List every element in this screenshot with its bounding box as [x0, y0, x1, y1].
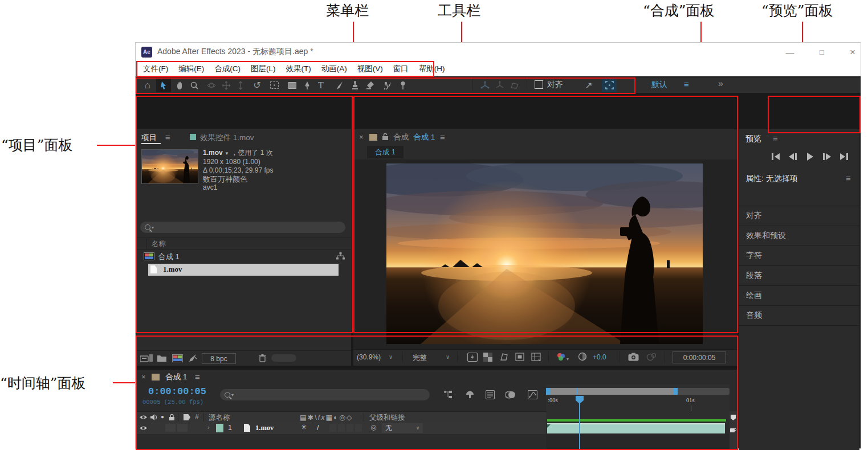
lock-icon[interactable] — [382, 133, 389, 141]
puppet-pin-tool[interactable] — [396, 78, 410, 92]
flowchart-icon[interactable] — [336, 252, 345, 260]
trash-icon[interactable] — [259, 354, 266, 362]
comp-timecode[interactable]: 0:00:00:05 — [673, 351, 726, 363]
preview-panel-title[interactable]: 预览 — [745, 134, 761, 144]
workspace-selector[interactable]: 默认 — [651, 80, 667, 90]
tab-project[interactable]: 项目 — [141, 133, 157, 143]
graph-editor-icon[interactable] — [528, 390, 537, 399]
footage-name-dropdown-icon[interactable]: ▼ — [225, 151, 229, 156]
title-bar[interactable]: Ae Adobe After Effects 2023 - 无标题项目.aep … — [136, 43, 861, 62]
comp-viewer-name[interactable]: 合成 1 — [413, 132, 435, 142]
selection-tool[interactable] — [156, 78, 171, 92]
bit-depth-button[interactable]: 8 bpc — [202, 353, 236, 364]
maximize-button[interactable]: □ — [810, 45, 833, 59]
pen-tool[interactable] — [300, 78, 315, 92]
orbit-camera-tool[interactable] — [204, 78, 219, 92]
adjustment-icon[interactable] — [188, 354, 197, 363]
layer-sampling-icon[interactable]: / — [317, 423, 319, 432]
layer-switch-cell[interactable] — [165, 424, 176, 432]
project-row-footage-selected[interactable]: 1.mov — [148, 264, 339, 276]
tab-align[interactable]: 对齐 — [739, 206, 859, 226]
show-snapshot-icon[interactable] — [646, 353, 657, 361]
zoom-tool[interactable] — [187, 78, 202, 92]
guides-icon[interactable] — [531, 353, 541, 361]
world-axis-mode[interactable] — [492, 78, 507, 92]
last-frame-button[interactable] — [840, 152, 848, 161]
home-tool[interactable]: ⌂ — [140, 78, 155, 92]
interpret-footage-icon[interactable] — [140, 354, 153, 362]
timeline-panel-menu-icon[interactable]: ≡ — [195, 372, 200, 382]
motion-blur-icon[interactable] — [505, 390, 516, 399]
mask-visibility-icon[interactable] — [499, 353, 509, 361]
tab-audio[interactable]: 音频 — [739, 306, 859, 326]
tab-character[interactable]: 字符 — [739, 246, 859, 266]
region-of-interest-active-icon[interactable] — [602, 78, 617, 92]
fast-previews-icon[interactable] — [467, 353, 478, 362]
region-of-interest-icon[interactable] — [515, 353, 524, 361]
menu-layer[interactable]: 图层(L) — [246, 64, 281, 74]
tab-effects-presets[interactable]: 效果和预设 — [739, 226, 859, 246]
magnification-dropdown[interactable]: (30.9%) — [357, 353, 381, 361]
tab-effect-controls[interactable]: 效果控件 1.mov — [200, 133, 254, 143]
layer-label-color[interactable] — [216, 424, 223, 432]
project-row-comp[interactable]: 合成 1 — [136, 251, 351, 263]
workspace-menu-icon[interactable]: ≡ — [684, 79, 689, 89]
hand-tool[interactable] — [172, 78, 187, 92]
playhead-line[interactable] — [579, 403, 580, 450]
project-search-input[interactable]: ▾ — [140, 222, 345, 233]
preview-panel-menu-icon[interactable]: ≡ — [773, 133, 778, 143]
menu-composition[interactable]: 合成(C) — [209, 64, 246, 74]
switches-column-icons[interactable]: ▤✱\fx▦◐◎◇ — [300, 413, 353, 422]
column-parent-link[interactable]: 父级和链接 — [369, 413, 405, 423]
brush-tool[interactable] — [332, 78, 347, 92]
snap-label[interactable]: 对齐 — [547, 80, 563, 90]
parent-pickwhip-icon[interactable]: ◎ — [370, 423, 376, 431]
text-tool[interactable]: T — [313, 78, 328, 92]
close-button[interactable]: × — [841, 45, 864, 59]
comp-mini-flowchart-icon[interactable] — [443, 390, 453, 399]
comp-row-label[interactable]: 合成 1 — [158, 252, 180, 262]
magnification-caret-icon[interactable]: ∨ — [389, 354, 393, 360]
parent-dropdown[interactable]: 无 ∨ — [382, 423, 423, 433]
play-button[interactable] — [807, 152, 813, 161]
layer-row[interactable]: › 1 1.mov ✳ / ◎ 无 ∨ — [136, 422, 546, 434]
video-switch-column-icon[interactable] — [139, 414, 148, 420]
channel-rgb-icon[interactable] — [556, 352, 565, 361]
new-composition-icon[interactable] — [172, 354, 183, 362]
snap-checkbox[interactable] — [535, 80, 543, 89]
solo-column-icon[interactable]: ● — [161, 414, 164, 420]
timeline-search-input[interactable]: ▾ — [220, 389, 430, 400]
resolution-dropdown[interactable]: 完整 — [413, 353, 427, 363]
layer-switch-cell[interactable] — [338, 424, 345, 432]
audio-switch-column-icon[interactable] — [150, 414, 157, 420]
toolbar-overflow-chevrons[interactable]: » — [718, 79, 723, 89]
next-frame-button[interactable] — [823, 152, 831, 161]
menu-edit[interactable]: 编辑(E) — [173, 64, 209, 74]
view-axis-mode[interactable] — [507, 78, 522, 92]
comp-tab-close-icon[interactable]: × — [359, 133, 364, 141]
transparency-grid-icon[interactable] — [483, 353, 492, 362]
snapshot-camera-icon[interactable] — [628, 353, 639, 361]
exposure-value[interactable]: +0.0 — [593, 353, 606, 361]
layer-switch-cell[interactable] — [347, 424, 353, 432]
rotation-tool[interactable]: ↺ — [250, 78, 264, 92]
minimize-button[interactable]: — — [779, 45, 801, 59]
work-area-start-handle[interactable] — [546, 388, 550, 395]
column-panes-icon[interactable] — [486, 390, 495, 399]
label-column-icon[interactable] — [184, 414, 190, 420]
timeline-tab[interactable]: 合成 1 — [165, 372, 187, 382]
new-folder-icon[interactable] — [157, 354, 166, 362]
time-ruler-region[interactable]: :00s 01s — [546, 384, 730, 411]
exposure-reset-icon[interactable] — [578, 352, 587, 361]
layer-switch-cell[interactable] — [177, 424, 188, 432]
resolution-caret-icon[interactable]: ∨ — [446, 354, 450, 360]
comp-marker-button[interactable] — [731, 415, 736, 420]
layer-switch-cell[interactable] — [355, 424, 362, 432]
comp-viewer[interactable] — [353, 159, 737, 349]
previous-frame-button[interactable] — [789, 152, 797, 161]
properties-panel-menu-icon[interactable]: ≡ — [846, 173, 851, 183]
local-axis-mode[interactable] — [478, 78, 492, 92]
rectangle-tool[interactable] — [285, 78, 300, 92]
work-area-end-handle[interactable] — [674, 388, 678, 395]
work-area-bar[interactable] — [547, 388, 677, 395]
